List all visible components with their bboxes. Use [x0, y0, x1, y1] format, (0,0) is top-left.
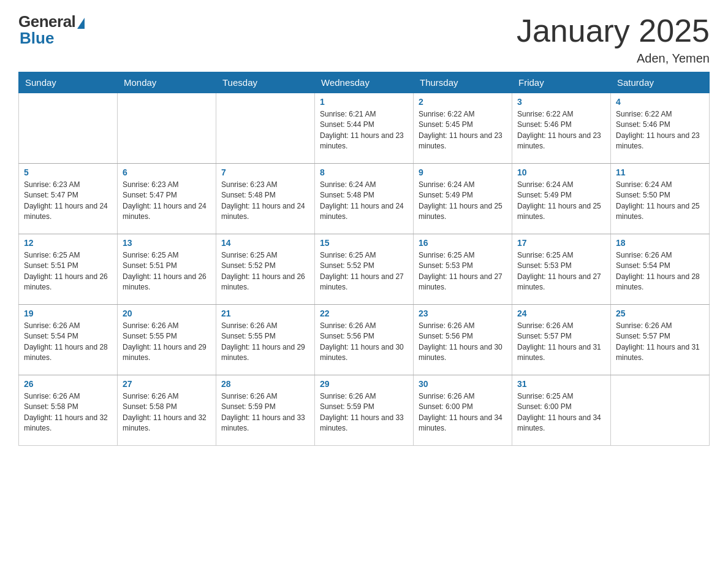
calendar-cell: 26Sunrise: 6:26 AM Sunset: 5:58 PM Dayli… [19, 375, 118, 446]
day-info: Sunrise: 6:26 AM Sunset: 5:59 PM Dayligh… [320, 391, 408, 434]
day-of-week-header: Sunday [19, 72, 118, 93]
calendar-table: SundayMondayTuesdayWednesdayThursdayFrid… [18, 72, 710, 446]
calendar-header: SundayMondayTuesdayWednesdayThursdayFrid… [19, 72, 710, 93]
day-of-week-header: Monday [118, 72, 216, 93]
calendar-cell: 9Sunrise: 6:24 AM Sunset: 5:49 PM Daylig… [414, 164, 512, 234]
day-info: Sunrise: 6:23 AM Sunset: 5:48 PM Dayligh… [221, 180, 309, 223]
day-number: 25 [616, 308, 704, 318]
day-info: Sunrise: 6:25 AM Sunset: 5:51 PM Dayligh… [123, 250, 211, 293]
day-number: 28 [221, 379, 309, 389]
day-info: Sunrise: 6:26 AM Sunset: 5:58 PM Dayligh… [123, 391, 211, 434]
calendar-cell: 30Sunrise: 6:26 AM Sunset: 6:00 PM Dayli… [414, 375, 512, 446]
day-info: Sunrise: 6:26 AM Sunset: 5:55 PM Dayligh… [123, 321, 211, 364]
day-info: Sunrise: 6:26 AM Sunset: 5:56 PM Dayligh… [419, 321, 507, 364]
day-info: Sunrise: 6:26 AM Sunset: 5:58 PM Dayligh… [24, 391, 112, 434]
logo-blue-text: Blue [20, 29, 54, 48]
day-info: Sunrise: 6:22 AM Sunset: 5:45 PM Dayligh… [419, 109, 507, 152]
day-number: 2 [419, 97, 507, 107]
day-info: Sunrise: 6:24 AM Sunset: 5:48 PM Dayligh… [320, 180, 408, 223]
calendar-cell: 24Sunrise: 6:26 AM Sunset: 5:57 PM Dayli… [512, 305, 611, 375]
day-number: 4 [616, 97, 704, 107]
day-info: Sunrise: 6:24 AM Sunset: 5:50 PM Dayligh… [616, 180, 704, 223]
calendar-cell: 16Sunrise: 6:25 AM Sunset: 5:53 PM Dayli… [414, 234, 512, 305]
calendar-cell: 19Sunrise: 6:26 AM Sunset: 5:54 PM Dayli… [19, 305, 118, 375]
calendar-week-row: 26Sunrise: 6:26 AM Sunset: 5:58 PM Dayli… [19, 375, 710, 446]
calendar-cell: 25Sunrise: 6:26 AM Sunset: 5:57 PM Dayli… [611, 305, 710, 375]
day-of-week-header: Thursday [414, 72, 512, 93]
day-info: Sunrise: 6:26 AM Sunset: 6:00 PM Dayligh… [419, 391, 507, 434]
calendar-title: January 2025 [517, 12, 710, 49]
calendar-cell: 23Sunrise: 6:26 AM Sunset: 5:56 PM Dayli… [414, 305, 512, 375]
day-number: 14 [221, 238, 309, 248]
day-number: 30 [419, 379, 507, 389]
title-section: January 2025 Aden, Yemen [517, 12, 710, 66]
day-of-week-header: Wednesday [315, 72, 414, 93]
day-info: Sunrise: 6:26 AM Sunset: 5:57 PM Dayligh… [517, 321, 605, 364]
calendar-week-row: 19Sunrise: 6:26 AM Sunset: 5:54 PM Dayli… [19, 305, 710, 375]
day-info: Sunrise: 6:23 AM Sunset: 5:47 PM Dayligh… [24, 180, 112, 223]
calendar-cell [19, 93, 118, 164]
day-info: Sunrise: 6:25 AM Sunset: 5:52 PM Dayligh… [221, 250, 309, 293]
day-number: 1 [320, 97, 408, 107]
day-info: Sunrise: 6:24 AM Sunset: 5:49 PM Dayligh… [517, 180, 605, 223]
calendar-cell [611, 375, 710, 446]
day-number: 18 [616, 238, 704, 248]
calendar-body: 1Sunrise: 6:21 AM Sunset: 5:44 PM Daylig… [19, 93, 710, 446]
calendar-cell: 18Sunrise: 6:26 AM Sunset: 5:54 PM Dayli… [611, 234, 710, 305]
day-number: 24 [517, 308, 605, 318]
day-info: Sunrise: 6:25 AM Sunset: 5:52 PM Dayligh… [320, 250, 408, 293]
day-number: 31 [517, 379, 605, 389]
day-number: 3 [517, 97, 605, 107]
calendar-cell: 11Sunrise: 6:24 AM Sunset: 5:50 PM Dayli… [611, 164, 710, 234]
calendar-cell: 31Sunrise: 6:25 AM Sunset: 6:00 PM Dayli… [512, 375, 611, 446]
calendar-cell: 29Sunrise: 6:26 AM Sunset: 5:59 PM Dayli… [315, 375, 414, 446]
calendar-cell: 17Sunrise: 6:25 AM Sunset: 5:53 PM Dayli… [512, 234, 611, 305]
day-info: Sunrise: 6:25 AM Sunset: 5:53 PM Dayligh… [517, 250, 605, 293]
day-number: 13 [123, 238, 211, 248]
calendar-week-row: 5Sunrise: 6:23 AM Sunset: 5:47 PM Daylig… [19, 164, 710, 234]
logo-triangle-icon [77, 18, 85, 29]
day-number: 17 [517, 238, 605, 248]
day-number: 27 [123, 379, 211, 389]
day-number: 5 [24, 167, 112, 177]
day-info: Sunrise: 6:23 AM Sunset: 5:47 PM Dayligh… [123, 180, 211, 223]
day-number: 7 [221, 167, 309, 177]
day-number: 26 [24, 379, 112, 389]
day-number: 29 [320, 379, 408, 389]
logo: General Blue [18, 12, 85, 48]
calendar-cell: 8Sunrise: 6:24 AM Sunset: 5:48 PM Daylig… [315, 164, 414, 234]
calendar-cell: 7Sunrise: 6:23 AM Sunset: 5:48 PM Daylig… [216, 164, 315, 234]
days-of-week-row: SundayMondayTuesdayWednesdayThursdayFrid… [19, 72, 710, 93]
day-info: Sunrise: 6:22 AM Sunset: 5:46 PM Dayligh… [616, 109, 704, 152]
day-info: Sunrise: 6:25 AM Sunset: 5:51 PM Dayligh… [24, 250, 112, 293]
day-number: 10 [517, 167, 605, 177]
day-number: 12 [24, 238, 112, 248]
day-info: Sunrise: 6:25 AM Sunset: 5:53 PM Dayligh… [419, 250, 507, 293]
day-number: 21 [221, 308, 309, 318]
calendar-cell: 3Sunrise: 6:22 AM Sunset: 5:46 PM Daylig… [512, 93, 611, 164]
day-number: 6 [123, 167, 211, 177]
day-info: Sunrise: 6:26 AM Sunset: 5:57 PM Dayligh… [616, 321, 704, 364]
day-info: Sunrise: 6:26 AM Sunset: 5:54 PM Dayligh… [24, 321, 112, 364]
day-info: Sunrise: 6:26 AM Sunset: 5:59 PM Dayligh… [221, 391, 309, 434]
day-number: 23 [419, 308, 507, 318]
day-info: Sunrise: 6:25 AM Sunset: 6:00 PM Dayligh… [517, 391, 605, 434]
calendar-cell: 22Sunrise: 6:26 AM Sunset: 5:56 PM Dayli… [315, 305, 414, 375]
day-of-week-header: Friday [512, 72, 611, 93]
day-info: Sunrise: 6:26 AM Sunset: 5:55 PM Dayligh… [221, 321, 309, 364]
calendar-week-row: 12Sunrise: 6:25 AM Sunset: 5:51 PM Dayli… [19, 234, 710, 305]
day-of-week-header: Saturday [611, 72, 710, 93]
page-header: General Blue January 2025 Aden, Yemen [18, 12, 710, 66]
calendar-cell: 12Sunrise: 6:25 AM Sunset: 5:51 PM Dayli… [19, 234, 118, 305]
calendar-cell: 14Sunrise: 6:25 AM Sunset: 5:52 PM Dayli… [216, 234, 315, 305]
day-info: Sunrise: 6:22 AM Sunset: 5:46 PM Dayligh… [517, 109, 605, 152]
day-number: 16 [419, 238, 507, 248]
calendar-subtitle: Aden, Yemen [517, 52, 710, 66]
day-info: Sunrise: 6:26 AM Sunset: 5:56 PM Dayligh… [320, 321, 408, 364]
day-number: 11 [616, 167, 704, 177]
calendar-cell: 1Sunrise: 6:21 AM Sunset: 5:44 PM Daylig… [315, 93, 414, 164]
day-of-week-header: Tuesday [216, 72, 315, 93]
calendar-cell: 21Sunrise: 6:26 AM Sunset: 5:55 PM Dayli… [216, 305, 315, 375]
calendar-cell: 28Sunrise: 6:26 AM Sunset: 5:59 PM Dayli… [216, 375, 315, 446]
calendar-cell [118, 93, 216, 164]
